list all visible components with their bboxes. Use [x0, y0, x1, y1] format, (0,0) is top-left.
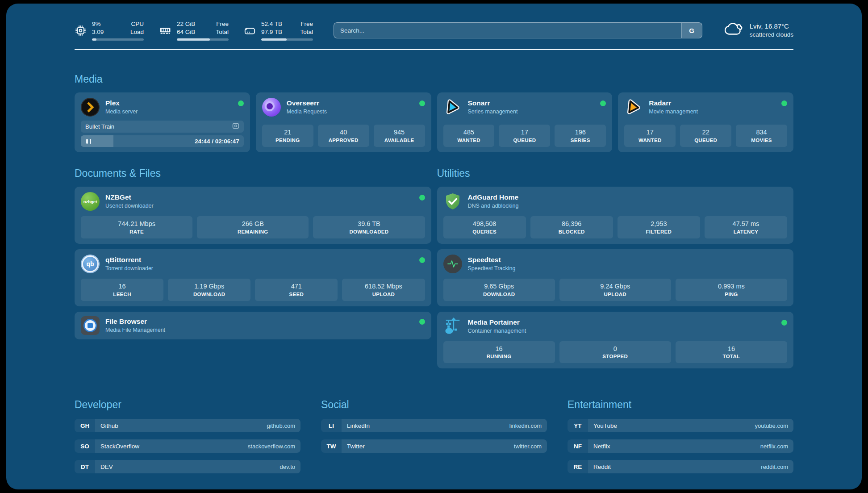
qbittorrent-icon: qb [81, 255, 100, 273]
disk-total-label: Total [300, 28, 313, 36]
stat-rate: 744.21 MbpsRATE [81, 216, 192, 238]
overseerr-subtitle: Media Requests [287, 108, 327, 116]
sonarr-subtitle: Series management [468, 108, 518, 116]
disk-icon [244, 25, 256, 36]
bookmark-group-social: Social LI LinkedIn linkedin.com TW Twitt… [321, 399, 547, 480]
overseerr-card[interactable]: Overseerr Media Requests 21PENDING 40APP… [256, 92, 431, 152]
adguard-card[interactable]: AdGuard Home DNS and adblocking 498,508Q… [437, 187, 794, 244]
disk-stat: 52.4 TB 97.9 TB Free Total [244, 20, 313, 40]
memory-free-label: Free [216, 20, 229, 28]
portainer-card[interactable]: Media Portainer Container management 16R… [437, 312, 794, 369]
sonarr-title: Sonarr [468, 99, 518, 108]
overseerr-title: Overseerr [287, 99, 327, 108]
plex-card[interactable]: Plex Media server Bullet Train [75, 92, 250, 152]
disk-free-label: Free [300, 20, 313, 28]
memory-free-value: 22 GiB [177, 20, 195, 28]
section-title-entertainment: Entertainment [568, 399, 793, 411]
sonarr-card[interactable]: Sonarr Series management 485WANTED 17QUE… [437, 92, 613, 152]
cpu-load-label: Load [130, 28, 144, 36]
portainer-subtitle: Container management [468, 327, 526, 335]
plex-title: Plex [105, 99, 138, 108]
plex-subtitle: Media server [105, 108, 138, 116]
bookmark-dev[interactable]: DT DEV dev.to [75, 460, 300, 473]
stat-stopped: 0STOPPED [559, 341, 671, 363]
stat-upload: 9.24 GbpsUPLOAD [559, 279, 671, 301]
speedtest-subtitle: Speedtest Tracking [468, 265, 516, 272]
adguard-title: AdGuard Home [468, 193, 519, 202]
stat-pending: 21PENDING [262, 125, 313, 147]
filebrowser-card[interactable]: File Browser Media File Management [75, 312, 431, 339]
stat-ping: 0.993 msPING [676, 279, 787, 301]
stat-total: 16TOTAL [676, 341, 787, 363]
stat-leech: 16LEECH [81, 279, 163, 301]
memory-icon [159, 25, 171, 36]
stat-available: 945AVAILABLE [374, 125, 425, 147]
plex-status-dot [238, 100, 244, 106]
weather-widget[interactable]: Lviv, 16.87°C scattered clouds [723, 21, 793, 40]
bookmark-group-entertainment: Entertainment YT YouTube youtube.com NF … [568, 399, 793, 480]
section-title-media: Media [75, 73, 793, 85]
memory-total-value: 64 GiB [177, 28, 195, 36]
cpu-load-value: 3.09 [92, 28, 104, 36]
search-input[interactable] [334, 22, 702, 38]
section-title-documents: Documents & Files [75, 167, 431, 180]
filebrowser-icon [81, 316, 100, 335]
bookmark-twitter[interactable]: TW Twitter twitter.com [321, 439, 547, 453]
nzbget-icon: nzbget [81, 192, 100, 211]
cpu-stat: 9% 3.09 CPU Load [75, 20, 144, 40]
cpu-progress-bar [92, 38, 144, 41]
stat-wanted: 485WANTED [443, 125, 495, 147]
bookmark-youtube[interactable]: YT YouTube youtube.com [568, 419, 793, 432]
stat-wanted: 17WANTED [624, 125, 676, 147]
stat-download: 9.65 GbpsDOWNLOAD [443, 279, 555, 301]
bookmark-reddit[interactable]: RE Reddit reddit.com [568, 460, 793, 473]
now-playing-row: Bullet Train [81, 121, 244, 133]
bookmark-stackoverflow[interactable]: SO StackOverflow stackoverflow.com [75, 439, 300, 453]
portainer-icon [443, 317, 462, 336]
stat-movies: 834MOVIES [736, 125, 787, 147]
speedtest-card[interactable]: Speedtest Speedtest Tracking 9.65 GbpsDO… [437, 249, 794, 306]
overseerr-status-dot [419, 100, 425, 106]
weather-summary: Lviv, 16.87°C [750, 22, 793, 31]
memory-total-label: Total [216, 28, 229, 36]
nzbget-card[interactable]: nzbget NZBGet Usenet downloader 744.21 M… [75, 187, 431, 244]
nzbget-status-dot [419, 195, 425, 201]
sonarr-icon [443, 98, 462, 117]
radarr-card[interactable]: Radarr Movie management 17WANTED 22QUEUE… [618, 92, 793, 152]
portainer-status-dot [781, 320, 787, 326]
stat-downloaded: 39.6 TBDOWNLOADED [313, 216, 425, 238]
radarr-icon [624, 98, 643, 117]
memory-stat: 22 GiB 64 GiB Free Total [159, 20, 229, 40]
disk-total-value: 97.9 TB [261, 28, 282, 36]
filebrowser-subtitle: Media File Management [105, 326, 165, 334]
stat-latency: 47.57 msLATENCY [705, 216, 787, 238]
section-title-utilities: Utilities [437, 167, 794, 180]
qbittorrent-status-dot [419, 257, 425, 263]
stat-series: 196SERIES [555, 125, 606, 147]
section-title-developer: Developer [75, 399, 300, 411]
bookmark-netflix[interactable]: NF Netflix netflix.com [568, 439, 793, 453]
bookmark-github[interactable]: GH Github github.com [75, 419, 300, 432]
speedtest-icon [443, 255, 462, 273]
bookmark-linkedin[interactable]: LI LinkedIn linkedin.com [321, 419, 547, 432]
stat-download: 1.19 GbpsDOWNLOAD [168, 279, 250, 301]
nzbget-subtitle: Usenet downloader [105, 202, 154, 210]
search-engine-button[interactable]: G [681, 23, 702, 38]
movie-icon [232, 123, 239, 130]
speedtest-title: Speedtest [468, 255, 516, 265]
stat-approved: 40APPROVED [318, 125, 369, 147]
memory-progress-bar [177, 38, 229, 41]
weather-description: scattered clouds [750, 31, 793, 39]
qbittorrent-card[interactable]: qb qBittorrent Torrent downloader 16LEEC… [75, 249, 431, 306]
playback-time: 24:44 / 02:06:47 [195, 138, 239, 145]
cloud-icon [723, 21, 743, 40]
pause-button[interactable] [85, 137, 92, 146]
bookmark-group-developer: Developer GH Github github.com SO StackO… [75, 399, 300, 480]
radarr-subtitle: Movie management [649, 108, 698, 116]
dashboard-page: 9% 3.09 CPU Load [6, 4, 862, 489]
header-divider [75, 49, 793, 50]
cpu-icon [75, 25, 87, 37]
stat-upload: 618.52 MbpsUPLOAD [342, 279, 425, 301]
overseerr-icon [262, 98, 281, 117]
sonarr-status-dot [600, 100, 606, 106]
